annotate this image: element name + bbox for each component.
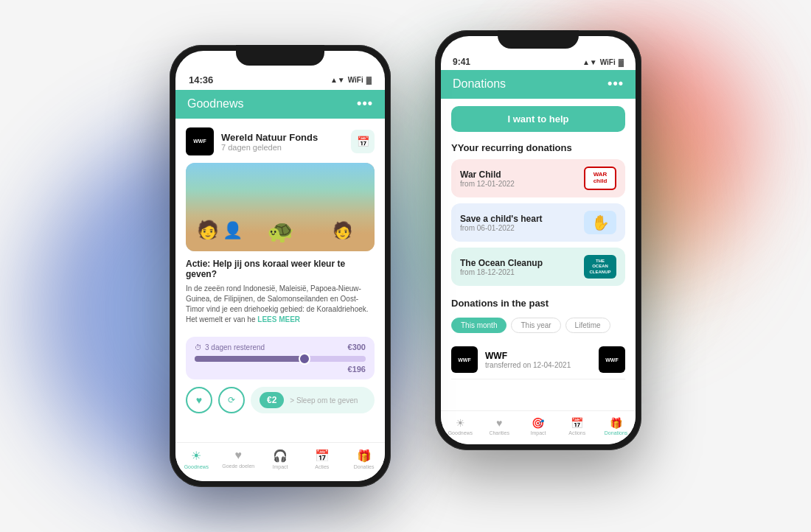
clock-icon: ⏱ [195, 343, 202, 351]
goodnews-label-right: Goodnews [448, 430, 473, 435]
goodnews-icon-right: ☀ [456, 417, 465, 429]
donation-card-save-heart[interactable]: Save a child's heart from 06-01-2022 ✋ [451, 203, 625, 242]
save-heart-name: Save a child's heart [460, 214, 584, 224]
donation-card-ocean[interactable]: The Ocean Cleanup from 18-12-2021 THEOCE… [451, 248, 625, 286]
help-button[interactable]: I want to help [451, 106, 625, 132]
app-header-right: Donations ••• [441, 70, 636, 99]
impact-label-right: Impact [530, 430, 546, 435]
wwf-past-detail: transferred on 12-04-2021 [485, 361, 571, 369]
goodnews-nav-label: Goodnews [184, 464, 209, 469]
donate-amount[interactable]: €2 [260, 392, 284, 408]
charities-nav-icon: ♥ [234, 449, 242, 462]
war-child-info: War Child from 12-01-2022 [460, 169, 584, 188]
phones-wrapper: 14:36 ▲▼ WiFi ▓ Goodnews ••• WWF [147, 23, 664, 509]
nav-impact[interactable]: 🎧 Impact [260, 449, 302, 469]
recurring-section-title: YYour recurring donations [441, 139, 636, 159]
impact-nav-label: Impact [272, 464, 288, 469]
nav-right-donations[interactable]: 🎁 Donations [596, 417, 636, 435]
save-heart-detail: from 06-01-2022 [460, 224, 584, 232]
action-buttons: ♥ ⟳ €2 > Sleep om te geven [175, 387, 385, 422]
time-right: 9:41 [453, 57, 470, 67]
news-card: WWF Wereld Natuur Fonds 7 dagen geleden … [175, 119, 385, 337]
ocean-name: The Ocean Cleanup [460, 258, 584, 268]
news-card-org-info: Wereld Natuur Fonds 7 dagen geleden [221, 132, 318, 152]
war-child-name: War Child [460, 169, 584, 180]
time-left: 14:36 [189, 74, 213, 85]
days-left-text: 3 dagen resterend [205, 343, 265, 351]
nav-right-goodnews[interactable]: ☀ Goodnews [441, 417, 480, 435]
nav-acties[interactable]: 📅 Acties [301, 449, 343, 469]
wwf-logo-right: WWF [599, 346, 625, 373]
recurring-title-text: Y [451, 142, 458, 153]
donation-progress: ⏱ 3 dagen resterend €300 €196 [186, 337, 375, 379]
nav-goede-doelen[interactable]: ♥ Goede doelen [217, 449, 260, 469]
menu-dots-right[interactable]: ••• [608, 76, 624, 91]
person-icon-3: 🧑 [333, 221, 352, 240]
signal-right: ▲▼ [582, 58, 597, 66]
save-heart-info: Save a child's heart from 06-01-2022 [460, 214, 584, 232]
donation-card-war-child[interactable]: War Child from 12-01-2022 WARchild [451, 159, 625, 197]
past-donation-wwf[interactable]: WWF WWF transferred on 12-04-2021 WWF [451, 340, 625, 379]
save-heart-logo: ✋ [584, 211, 616, 234]
nav-right-charities[interactable]: ♥ Charities [480, 417, 519, 435]
war-child-detail: from 12-01-2022 [460, 180, 584, 188]
filter-lifetime[interactable]: Lifetime [565, 318, 610, 333]
progress-header: ⏱ 3 dagen resterend €300 [195, 343, 366, 351]
share-button[interactable]: ⟳ [218, 387, 245, 413]
status-icons-left: ▲▼ WiFi ▓ [330, 76, 372, 84]
actions-nav-icon: 📅 [315, 449, 330, 463]
news-card-header: WWF Wereld Natuur Fonds 7 dagen geleden … [186, 127, 375, 155]
wifi-right: WiFi [600, 58, 616, 66]
status-icons-right: ▲▼ WiFi ▓ [582, 58, 624, 66]
phone-left-screen: 14:36 ▲▼ WiFi ▓ Goodnews ••• WWF [175, 51, 385, 481]
menu-dots-left[interactable]: ••• [357, 96, 373, 111]
ocean-info: The Ocean Cleanup from 18-12-2021 [460, 258, 584, 276]
app-header-left: Goodnews ••• [175, 90, 385, 119]
progress-bar-bg [195, 356, 366, 362]
wwf-past-text: WWF transferred on 12-04-2021 [485, 351, 571, 369]
war-child-logo: WARchild [584, 167, 616, 190]
donate-slider[interactable]: €2 > Sleep om te geven [251, 387, 375, 413]
donations-icon-right: 🎁 [610, 417, 622, 429]
filter-tabs: This month This year Lifetime [441, 315, 636, 340]
nav-right-actions[interactable]: 📅 Actions [557, 417, 596, 435]
charities-label-right: Charities [489, 430, 509, 435]
wifi-icon: WiFi [348, 76, 363, 84]
progress-goal: €300 [348, 343, 366, 351]
read-more-link[interactable]: LEES MEER [257, 315, 300, 323]
nav-goodnews[interactable]: ☀ Goodnews [175, 449, 217, 469]
goodnews-nav-icon: ☀ [191, 449, 201, 463]
filter-this-month[interactable]: This month [451, 318, 507, 333]
past-section-title: Donations in the past [441, 292, 636, 315]
news-image: 🐢 🧑 👤 🧑 [186, 163, 375, 251]
bottom-nav-left: ☀ Goodnews ♥ Goede doelen 🎧 Impact 📅 Act… [175, 442, 385, 481]
app-title-right: Donations [453, 77, 506, 91]
app-title-left: Goodnews [187, 97, 244, 111]
impact-icon-right: 🎯 [532, 417, 544, 429]
nav-donaties[interactable]: 🎁 Donaties [343, 449, 385, 469]
news-title: Actie: Help jij ons koraal weer kleur te… [186, 259, 375, 279]
progress-bar-fill [195, 356, 306, 362]
battery-icon: ▓ [366, 76, 372, 84]
notch-left [236, 45, 324, 66]
news-body: In de zeeën rond Indonesië, Maleisië, Pa… [186, 284, 375, 325]
filter-this-year[interactable]: This year [511, 318, 560, 333]
calendar-icon[interactable]: 📅 [351, 130, 375, 153]
actions-icon-right: 📅 [571, 417, 583, 429]
actions-label-right: Actions [568, 430, 585, 435]
org-name: Wereld Natuur Fonds [221, 132, 318, 143]
wwf-logo-past: WWF [451, 346, 478, 373]
phone-left: 14:36 ▲▼ WiFi ▓ Goodnews ••• WWF [170, 45, 391, 487]
nav-right-impact[interactable]: 🎯 Impact [519, 417, 558, 435]
actions-nav-label: Acties [315, 464, 329, 469]
wwf-past-name: WWF [485, 351, 571, 361]
recurring-title-main: Your recurring donations [458, 142, 572, 153]
person-icon-1: 🧑 [197, 220, 219, 240]
battery-right: ▓ [619, 58, 624, 66]
wwf-past-info: WWF WWF transferred on 12-04-2021 [451, 346, 571, 373]
war-child-logo-text: WARchild [594, 172, 608, 185]
donations-nav-icon: 🎁 [357, 449, 372, 463]
ocean-detail: from 18-12-2021 [460, 268, 584, 276]
like-button[interactable]: ♥ [186, 387, 212, 413]
charities-icon-right: ♥ [496, 417, 502, 429]
